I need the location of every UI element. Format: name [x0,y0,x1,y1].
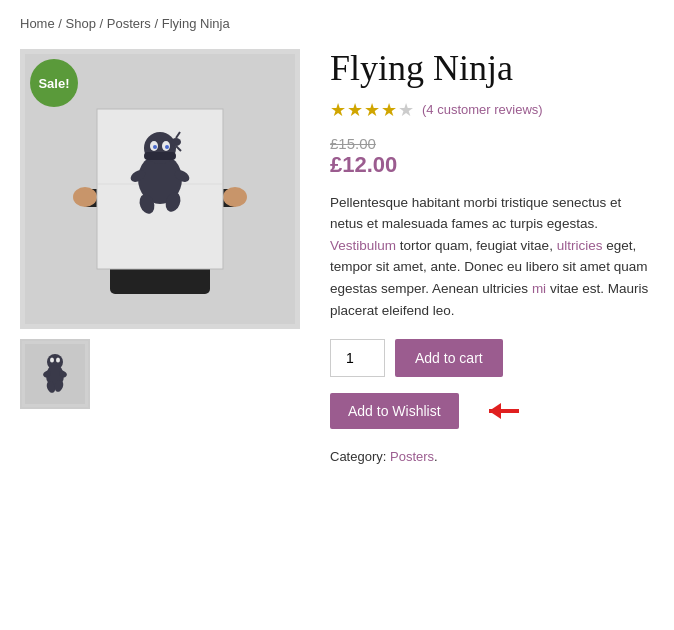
svg-point-27 [50,358,54,363]
product-description: Pellentesque habitant morbi tristique se… [330,192,654,322]
breadcrumb-current: Flying Ninja [162,16,230,31]
price-original: £15.00 [330,135,654,152]
svg-point-6 [73,187,97,207]
breadcrumb-posters[interactable]: Posters [107,16,151,31]
star-3: ★ [364,99,380,121]
desc-link-2[interactable]: ultricies [557,238,603,253]
product-info: Flying Ninja ★ ★ ★ ★ ★ (4 customer revie… [330,49,654,464]
reviews-link[interactable]: (4 customer reviews) [422,102,543,117]
price-row: £15.00 £12.00 [330,135,654,178]
svg-point-28 [56,358,60,363]
thumbnail-1[interactable] [20,339,90,409]
product-title: Flying Ninja [330,49,654,89]
rating-row: ★ ★ ★ ★ ★ (4 customer reviews) [330,99,654,121]
svg-point-21 [171,138,181,146]
thumbnail-strip [20,339,300,409]
category-link[interactable]: Posters [390,449,434,464]
svg-rect-16 [144,152,176,160]
svg-point-7 [223,187,247,207]
breadcrumb: Home / Shop / Posters / Flying Ninja [20,16,654,31]
add-to-cart-row: Add to cart [330,339,654,377]
star-4: ★ [381,99,397,121]
star-rating: ★ ★ ★ ★ ★ [330,99,414,121]
price-sale: £12.00 [330,152,654,178]
breadcrumb-shop[interactable]: Shop [66,16,96,31]
svg-point-15 [165,145,169,149]
category-row: Category: Posters. [330,449,654,464]
add-to-cart-button[interactable]: Add to cart [395,339,503,377]
main-image: Sale! [20,49,300,329]
arrow-indicator [479,391,539,431]
product-container: Sale! [20,49,654,464]
category-label: Category: [330,449,386,464]
sale-badge: Sale! [30,59,78,107]
desc-link-1[interactable]: Vestibulum [330,238,396,253]
product-images: Sale! [20,49,300,409]
svg-marker-34 [489,403,501,419]
quantity-input[interactable] [330,339,385,377]
svg-point-14 [153,145,157,149]
wishlist-row: Add to Wishlist [330,391,654,431]
add-to-wishlist-button[interactable]: Add to Wishlist [330,393,459,429]
star-5: ★ [398,99,414,121]
breadcrumb-home[interactable]: Home [20,16,55,31]
desc-link-3[interactable]: mi [532,281,546,296]
star-2: ★ [347,99,363,121]
star-1: ★ [330,99,346,121]
